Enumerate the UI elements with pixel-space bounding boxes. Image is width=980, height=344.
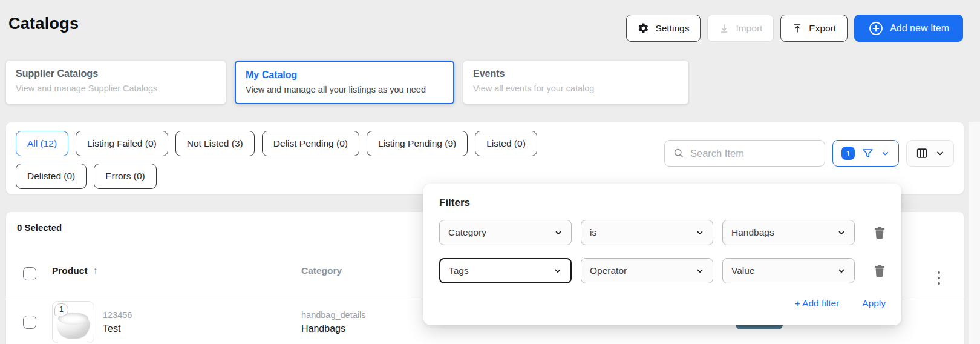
- tab-subtitle: View all events for your catalog: [473, 84, 679, 93]
- search-input[interactable]: [690, 148, 817, 159]
- list-controls: 1: [664, 140, 954, 167]
- filter-value-value: Handbags: [731, 227, 774, 238]
- row-checkbox[interactable]: [23, 316, 36, 329]
- settings-button[interactable]: Settings: [626, 15, 701, 42]
- chevron-down-icon: [696, 266, 704, 275]
- delete-filter-button[interactable]: [874, 264, 886, 277]
- filters-popover: Filters Category is Handbags Tags Operat…: [423, 184, 901, 325]
- filter-field-value: Tags: [449, 265, 469, 276]
- filter-operator-value: is: [590, 227, 596, 238]
- chevron-down-icon: [881, 149, 890, 158]
- filter-count-badge: 1: [841, 147, 855, 160]
- chevron-down-icon: [554, 266, 562, 275]
- filter-row: Tags Operator Value: [439, 258, 886, 283]
- columns-button[interactable]: [906, 140, 954, 167]
- filter-operator-select[interactable]: is: [581, 220, 713, 245]
- status-chip-listed[interactable]: Listed (0): [475, 131, 537, 156]
- columns-icon: [915, 147, 929, 160]
- export-icon: [792, 23, 803, 34]
- trash-icon: [874, 264, 886, 277]
- search-box: [664, 140, 825, 167]
- column-header-category-label: Category: [301, 265, 342, 276]
- gear-icon: [638, 22, 649, 34]
- filter-operator-value: Operator: [590, 265, 627, 276]
- scrollbar-track[interactable]: [969, 122, 980, 344]
- product-name: Test: [103, 323, 132, 334]
- add-new-item-button[interactable]: Add new Item: [854, 15, 963, 42]
- chevron-down-icon: [935, 148, 945, 158]
- status-chip-not-listed[interactable]: Not Listed (3): [175, 131, 255, 156]
- column-header-product-label: Product: [52, 265, 88, 276]
- import-label: Import: [736, 23, 762, 34]
- column-header-product[interactable]: Product ↑: [52, 265, 301, 276]
- export-button[interactable]: Export: [780, 15, 848, 42]
- product-thumbnail: 1: [52, 301, 94, 343]
- funnel-icon: [861, 147, 874, 160]
- filter-row: Category is Handbags: [439, 220, 886, 245]
- catalog-tabs: Supplier Catalogs View and manage Suppli…: [6, 61, 688, 104]
- filter-value-select[interactable]: Handbags: [722, 220, 855, 245]
- tab-subtitle: View and manage Supplier Catalogs: [16, 84, 216, 93]
- tab-title: Events: [473, 68, 679, 79]
- sort-ascending-icon: ↑: [93, 265, 98, 276]
- status-chip-delisted[interactable]: Delisted (0): [16, 164, 87, 189]
- tab-my-catalog[interactable]: My Catalog View and manage all your list…: [235, 61, 454, 104]
- row-actions-kebab-icon[interactable]: [937, 270, 941, 286]
- filter-value-value: Value: [731, 265, 755, 276]
- filter-field-value: Category: [448, 227, 486, 238]
- filter-value-select[interactable]: Value: [722, 258, 855, 283]
- filter-operator-select[interactable]: Operator: [581, 258, 713, 283]
- tab-subtitle: View and manage all your listings as you…: [246, 85, 443, 94]
- status-chip-all[interactable]: All (12): [16, 131, 68, 156]
- status-chip-listing-pending[interactable]: Listing Pending (9): [367, 131, 468, 156]
- filters-title: Filters: [439, 197, 886, 209]
- add-filter-link[interactable]: + Add filter: [795, 298, 840, 309]
- select-all-checkbox[interactable]: [23, 267, 36, 280]
- filter-field-select[interactable]: Category: [439, 220, 572, 245]
- filter-field-select-focused[interactable]: Tags: [439, 258, 572, 283]
- toolbar: Settings Import Export Add new Item: [626, 15, 963, 42]
- settings-label: Settings: [655, 23, 689, 34]
- import-icon: [719, 23, 730, 34]
- chevron-down-icon: [554, 228, 563, 237]
- chevron-down-icon: [837, 266, 846, 275]
- trash-icon: [874, 226, 886, 239]
- image-count-badge: 1: [54, 303, 68, 316]
- filter-button[interactable]: 1: [832, 140, 899, 167]
- product-sku: 123456: [103, 310, 132, 320]
- status-chip-listing-failed[interactable]: Listing Failed (0): [76, 131, 168, 156]
- chevron-down-icon: [696, 228, 704, 237]
- export-label: Export: [809, 23, 836, 34]
- status-chip-delist-pending[interactable]: Delist Pending (0): [262, 131, 359, 156]
- tab-title: Supplier Catalogs: [16, 68, 216, 79]
- search-icon: [673, 147, 685, 159]
- tab-events[interactable]: Events View all events for your catalog: [463, 61, 688, 104]
- status-chips: All (12) Listing Failed (0) Not Listed (…: [16, 131, 599, 189]
- tab-title: My Catalog: [246, 70, 443, 81]
- apply-filters-link[interactable]: Apply: [862, 298, 886, 309]
- status-chip-errors[interactable]: Errors (0): [94, 164, 156, 189]
- import-button[interactable]: Import: [707, 15, 774, 42]
- chevron-down-icon: [837, 228, 846, 237]
- add-new-item-label: Add new Item: [890, 23, 949, 34]
- tab-supplier-catalogs[interactable]: Supplier Catalogs View and manage Suppli…: [6, 61, 226, 104]
- page-title: Catalogs: [8, 15, 79, 33]
- plus-circle-icon: [868, 21, 884, 36]
- delete-filter-button[interactable]: [874, 226, 886, 239]
